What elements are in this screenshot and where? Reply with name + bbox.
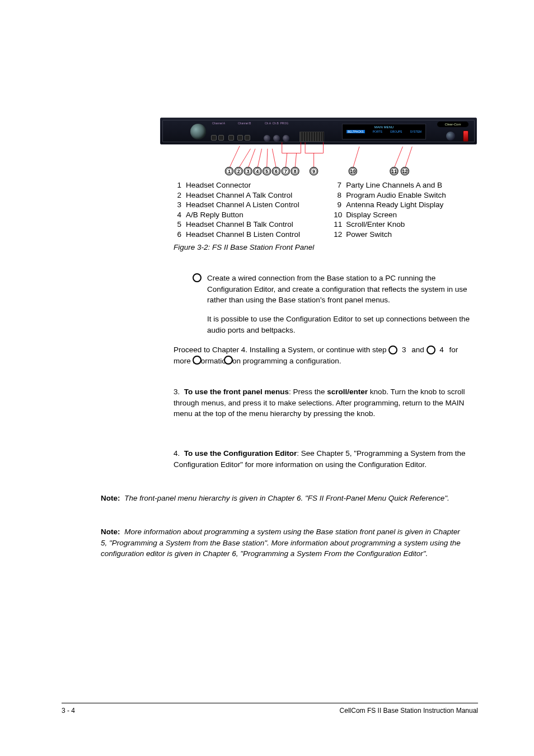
open-bullet-icon (388, 346, 397, 354)
legend-item: Program Audio Enable Switch (346, 190, 446, 200)
svg-line-3 (257, 149, 262, 169)
callout-1: 1 (225, 167, 233, 175)
svg-text:8: 8 (294, 169, 297, 174)
scroll-enter-knob (446, 132, 455, 141)
svg-text:4: 4 (256, 169, 259, 174)
power-switch (463, 130, 469, 142)
callout-5: 5 (263, 167, 271, 175)
ch-b-listen (245, 135, 250, 141)
cha-chb-prog-label: Ch.A Ch.B PROG (265, 122, 288, 125)
ab-reply (228, 135, 234, 141)
open-bullet-icon (224, 356, 233, 365)
legend-item: Display Screen (346, 210, 397, 220)
svg-text:9: 9 (312, 169, 315, 174)
figure-caption: Figure 3-2: FS II Base Station Front Pan… (174, 243, 314, 251)
svg-line-11 (353, 147, 359, 169)
step-2-body2: It is possible to use the Configuration … (207, 314, 472, 335)
step-5-body: 4. To use the Configuration Editor: See … (174, 448, 467, 470)
ch-a-listen (218, 135, 224, 141)
brand-logo: Clear-Com (437, 122, 469, 127)
svg-line-5 (272, 149, 276, 169)
channel-a-label: Channel A (212, 122, 225, 125)
svg-rect-9 (305, 142, 323, 153)
display-screen: MAIN MENU BELTPACKS PORTS GROUPS SYSTEM (342, 124, 426, 139)
callout-12: 12 (401, 167, 409, 175)
svg-text:3: 3 (247, 169, 250, 174)
note-2: Note: More information about programming… (101, 526, 467, 559)
headset-connector-knob (190, 124, 206, 139)
open-bullet-icon (427, 346, 435, 354)
step-3-line: Proceed to Chapter 4. Installing a Syste… (174, 344, 472, 366)
page-number: 3 - 4 (62, 707, 75, 715)
callout-11: 11 (390, 167, 398, 175)
legend-item: Power Switch (346, 230, 392, 240)
device-panel: Channel A Channel B Ch.A Ch.B PROG MAIN … (160, 118, 477, 144)
svg-line-7 (285, 153, 287, 168)
open-bullet-icon (193, 273, 202, 282)
svg-line-1 (238, 149, 250, 169)
legend-right: 7Party Line Channels A and B 8Program Au… (334, 180, 446, 239)
pl-ch-a (264, 135, 270, 142)
legend: 1Headset Connector 2Headset Channel A Ta… (174, 180, 446, 239)
callout-10: 10 (349, 167, 357, 175)
legend-item: Headset Connector (186, 180, 251, 190)
legend-item: Scroll/Enter Knob (346, 220, 405, 230)
legend-item: Headset Channel B Listen Control (186, 230, 300, 240)
svg-line-13 (405, 147, 412, 169)
svg-text:7: 7 (284, 169, 287, 174)
step-4-body: 3. To use the front panel menus: Press t… (174, 386, 467, 419)
callout-2: 2 (235, 167, 242, 175)
callout-8: 8 (291, 167, 299, 175)
ch-a-talk (211, 135, 217, 141)
svg-text:11: 11 (391, 169, 397, 174)
svg-line-8 (295, 153, 297, 168)
callout-7: 7 (282, 167, 289, 175)
footer: 3 - 4 CellCom FS II Base Station Instruc… (62, 703, 478, 715)
legend-item: Headset Channel B Talk Control (186, 220, 293, 230)
legend-item: A/B Reply Button (186, 210, 243, 220)
note-1: Note: The front-panel menu hierarchy is … (101, 493, 467, 504)
open-bullet-icon (193, 356, 202, 365)
ch-b-talk (237, 135, 243, 141)
figure-device: Channel A Channel B Ch.A Ch.B PROG MAIN … (160, 118, 477, 177)
step-2-body: Create a wired connection from the Base … (207, 273, 472, 306)
manual-title: CellCom FS II Base Station Instruction M… (340, 707, 478, 715)
legend-item: Antenna Ready Light Display (346, 200, 443, 210)
svg-line-12 (394, 147, 403, 169)
svg-line-0 (229, 146, 240, 168)
channel-b-label: Channel B (238, 122, 251, 125)
legend-item: Party Line Channels A and B (346, 180, 442, 190)
menu-item-system: SYSTEM (410, 130, 421, 133)
antenna-ready-lights (299, 132, 324, 142)
svg-text:6: 6 (275, 169, 278, 174)
svg-text:12: 12 (402, 169, 408, 174)
legend-item: Headset Channel A Talk Control (186, 190, 292, 200)
svg-rect-6 (282, 142, 301, 153)
callout-4: 4 (254, 167, 261, 175)
menu-title: MAIN MENU (343, 125, 425, 129)
pl-ch-b (273, 135, 280, 142)
page: Channel A Channel B Ch.A Ch.B PROG MAIN … (0, 0, 534, 756)
menu-item-groups: GROUPS (390, 130, 402, 133)
svg-line-2 (248, 149, 255, 169)
legend-left: 1Headset Connector 2Headset Channel A Ta… (174, 180, 300, 239)
svg-text:1: 1 (228, 169, 231, 174)
menu-item-ports: PORTS (373, 130, 382, 133)
svg-text:10: 10 (350, 169, 356, 174)
svg-line-4 (267, 149, 268, 169)
prog-enable (283, 135, 289, 142)
callout-3: 3 (244, 167, 252, 175)
callout-6: 6 (272, 167, 280, 175)
callout-9: 9 (310, 167, 318, 175)
callout-overlay: 1 2 3 4 5 (160, 142, 477, 177)
legend-item: Headset Channel A Listen Control (186, 200, 299, 210)
svg-text:5: 5 (265, 169, 268, 174)
svg-text:2: 2 (237, 169, 240, 174)
menu-item-beltpacks: BELTPACKS (346, 130, 365, 133)
